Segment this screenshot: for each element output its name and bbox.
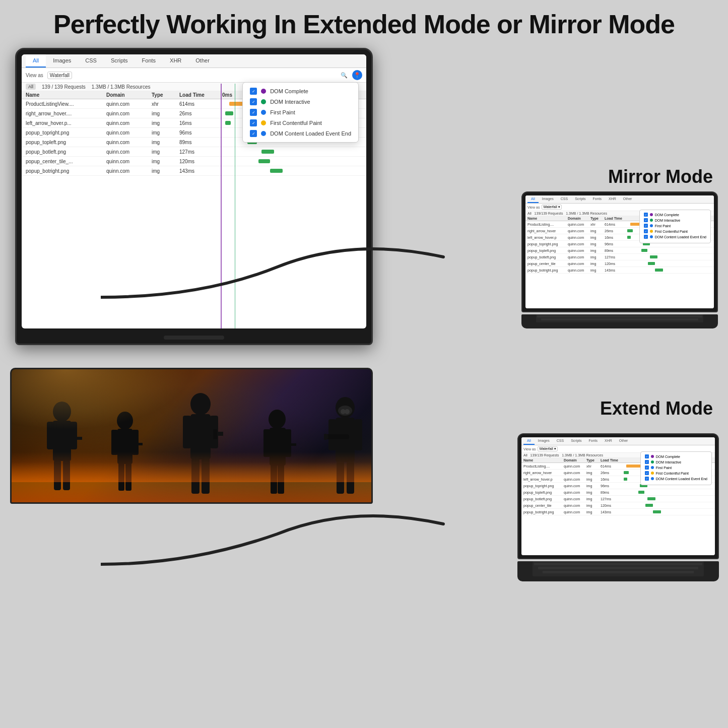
legend-check: ✓: [250, 119, 257, 126]
row-loadtime: 16ms: [179, 120, 222, 126]
view-as-label: View as: [26, 73, 43, 78]
tab-scripts[interactable]: Scripts: [104, 54, 135, 68]
cable-top: [101, 227, 453, 327]
mini-tabs-extend: All Images CSS Scripts Fonts XHR Other: [521, 437, 715, 445]
mini-table-row-ext: popup_topleft.pngquinn.comimg89ms: [521, 489, 715, 496]
view-as-select[interactable]: Waterfall: [47, 72, 72, 79]
row-type: xhr: [152, 101, 179, 107]
resources-size: 1.3MB / 1.3MB Resources: [92, 84, 151, 90]
svg-rect-6: [70, 437, 82, 440]
mini-tab-other-ext: Other: [616, 437, 632, 445]
legend-label: DOM Interactive: [270, 99, 310, 105]
mini-table-row: popup_topleft.pngquinn.comimg89ms: [525, 247, 714, 254]
page-title: Perfectly Working In Extended Mode or Mi…: [0, 9, 728, 39]
mini-network-panel-extend: All Images CSS Scripts Fonts XHR Other V…: [521, 437, 715, 555]
row-loadtime: 143ms: [179, 168, 222, 174]
requests-count: 139 / 139 Requests: [42, 84, 86, 90]
row-name: popup_topright.png: [26, 130, 106, 136]
row-name: popup_center_tile_...: [26, 159, 106, 164]
mini-tab-all: All: [527, 195, 539, 203]
mini-legend-ext: ✓DOM Complete ✓DOM Interactive ✓First Pa…: [640, 451, 712, 485]
tab-all[interactable]: All: [26, 54, 46, 68]
mini-tab-css: CSS: [557, 195, 571, 203]
tab-css[interactable]: CSS: [78, 54, 104, 68]
location-icon[interactable]: 📍: [352, 70, 362, 80]
laptop-extend-base: [517, 561, 719, 581]
svg-rect-28: [285, 443, 296, 446]
legend-label: First Contentful Paint: [270, 120, 322, 126]
legend-item-dom-complete: ✓ DOM Complete: [250, 88, 351, 95]
mini-legend: ✓DOM Complete ✓DOM Interactive ✓First Pa…: [639, 210, 711, 243]
svg-rect-13: [131, 443, 143, 445]
row-loadtime: 127ms: [179, 149, 222, 155]
extend-mode-label: Extend Mode: [600, 398, 713, 419]
row-type: img: [152, 159, 179, 164]
mini-tab-xhr: XHR: [605, 195, 620, 203]
laptop-base: [521, 314, 718, 328]
svg-rect-9: [111, 430, 118, 455]
row-domain: quinn.com: [106, 101, 152, 107]
legend-label: DOM Content Loaded Event End: [270, 130, 351, 137]
row-type: img: [152, 130, 179, 136]
svg-rect-35: [355, 419, 362, 450]
row-loadtime: 96ms: [179, 130, 222, 136]
svg-point-32: [345, 409, 350, 414]
tab-xhr[interactable]: XHR: [163, 54, 188, 68]
all-badge: All: [26, 84, 36, 90]
mini-tab-xhr-ext: XHR: [601, 437, 616, 445]
tab-other[interactable]: Other: [188, 54, 217, 68]
svg-rect-10: [132, 430, 139, 455]
row-type: img: [152, 140, 179, 145]
legend-label: DOM Complete: [270, 88, 308, 94]
laptop-extend-screen: All Images CSS Scripts Fonts XHR Other V…: [521, 437, 715, 555]
tab-images[interactable]: Images: [46, 54, 78, 68]
row-loadtime: 120ms: [179, 159, 222, 164]
col-type: Type: [152, 92, 179, 98]
legend-popup: ✓ DOM Complete ✓ DOM Interactive ✓ First…: [242, 82, 359, 143]
row-domain: quinn.com: [106, 120, 152, 126]
legend-check: ✓: [250, 88, 257, 95]
legend-check: ✓: [250, 130, 257, 137]
mini-tab-other: Other: [620, 195, 636, 203]
laptop-screen: All Images CSS Scripts Fonts XHR Other V…: [525, 195, 714, 308]
mini-tab-fonts-ext: Fonts: [585, 437, 602, 445]
row-name: popup_botleft.png: [26, 149, 106, 155]
tab-fonts[interactable]: Fonts: [135, 54, 163, 68]
legend-item-first-contentful: ✓ First Contentful Paint: [250, 119, 351, 126]
legend-dot-first-paint: [261, 110, 266, 115]
mini-tab-all-ext: All: [523, 437, 535, 445]
row-domain: quinn.com: [106, 168, 152, 174]
mini-tab-images-ext: Images: [535, 437, 553, 445]
laptop-extend-lid: All Images CSS Scripts Fonts XHR Other V…: [517, 433, 719, 559]
row-waterfall: [222, 158, 362, 164]
row-waterfall: [222, 149, 362, 155]
cable-bottom: [101, 474, 453, 625]
row-domain: quinn.com: [106, 149, 152, 155]
laptop-extend: All Images CSS Scripts Fonts XHR Other V…: [517, 433, 719, 594]
col-name: Name: [26, 92, 106, 98]
legend-check: ✓: [250, 98, 257, 105]
col-timeline-0: 0ms: [222, 92, 232, 98]
laptop-lid: All Images CSS Scripts Fonts XHR Other V…: [521, 191, 718, 312]
monitor-stand-bar: [164, 336, 224, 340]
legend-label: First Paint: [270, 109, 295, 115]
mini-table-row: popup_center_tilequinn.comimg120ms: [525, 260, 714, 267]
legend-dot-dom-content-loaded: [261, 131, 266, 136]
row-name: popup_botright.png: [26, 168, 106, 174]
row-loadtime: 26ms: [179, 111, 222, 116]
row-type: img: [152, 168, 179, 174]
svg-point-14: [190, 393, 211, 415]
search-icon[interactable]: 🔍: [339, 70, 349, 80]
table-row: popup_botleft.png quinn.com img 127ms: [22, 147, 366, 157]
svg-point-22: [269, 410, 286, 429]
mini-table-row-ext: popup_botleft.pngquinn.comimg127ms: [521, 496, 715, 502]
col-domain: Domain: [106, 92, 152, 98]
row-name: right_arrow_hover....: [26, 111, 106, 116]
mini-table-row: popup_botleft.pngquinn.comimg127ms: [525, 254, 714, 260]
legend-dot-dom-complete: [261, 89, 266, 94]
legend-item-dom-content-loaded: ✓ DOM Content Loaded Event End: [250, 130, 351, 137]
mini-table-row-ext: popup_center_tilequinn.comimg120ms: [521, 502, 715, 509]
legend-item-first-paint: ✓ First Paint: [250, 109, 351, 116]
mirror-mode-label: Mirror Mode: [608, 166, 713, 187]
row-name: left_arrow_hover.p...: [26, 120, 106, 126]
